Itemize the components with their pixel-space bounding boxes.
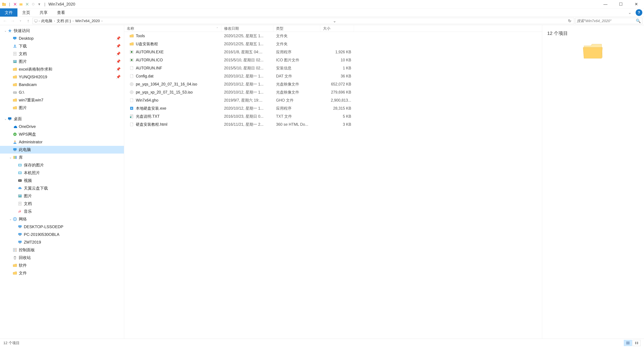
maximize-button[interactable]: ☐ [613,0,628,8]
qat-settings-icon[interactable] [30,1,36,7]
file-row[interactable]: Config.dat2020/10/12, 星期一 1...DAT 文件36 K… [124,72,542,80]
tree-item[interactable]: 保存的图片 [0,161,124,169]
status-bar: 12 个项目 [0,339,644,347]
qat-properties-icon[interactable] [12,1,18,7]
folder-icon [1,1,7,7]
expand-icon[interactable]: ⌄ [8,156,12,159]
expand-icon[interactable]: ⌄ [3,117,8,121]
tree-item[interactable]: 音乐 [0,208,124,215]
tree-item[interactable]: WWPS网盘 [0,130,124,138]
file-row[interactable]: AUTORUN.EXE2016/1/8, 星期五 04:...应用程序1,926… [124,48,542,56]
tree-item[interactable]: ⌄快速访问 [0,27,124,34]
up-button[interactable]: ↑ [25,17,32,24]
back-button[interactable]: ← [2,17,8,24]
tree-item[interactable]: ⌄库 [0,154,124,161]
window-title: Win7x64_2020 [48,2,75,6]
expand-icon[interactable]: ⌄ [8,217,12,221]
tree-item[interactable]: 此电脑 [0,146,124,154]
view-details-button[interactable] [624,340,632,346]
tree-item[interactable]: Administrator [0,138,124,146]
column-name[interactable]: 名称⌃ [124,25,221,32]
file-row[interactable]: U盘安装教程2020/12/25, 星期五 1...文件夹 [124,40,542,48]
tree-item-label: 快速访问 [14,28,122,33]
forward-button[interactable]: → [10,17,16,24]
navigation-tree[interactable]: ⌄快速访问Desktop📌下载📌文档📌图片📌excel表格制作求和📌YUNQIS… [0,25,124,339]
tree-item[interactable]: 天翼云盘下载 [0,184,124,192]
tree-item[interactable]: 软件 [0,262,124,269]
tab-view[interactable]: 查看 [52,8,70,16]
tree-item[interactable]: ⌄网络 [0,215,124,223]
search-icon[interactable]: 🔍 [636,18,641,23]
tree-item[interactable]: PC-20190530OBLA [0,231,124,238]
tree-item[interactable]: 文档📌 [0,50,124,58]
file-size: 279,696 KB [320,90,354,94]
tree-item[interactable]: G:\ [0,88,124,96]
file-row[interactable]: pe_yqs_1064_20_07_31_16_04.iso2020/10/12… [124,80,542,88]
file-row[interactable]: Tools2020/12/25, 星期五 1...文件夹 [124,32,542,40]
search-box[interactable]: 🔍 [575,18,642,24]
tree-item[interactable]: 文档 [0,200,124,208]
tab-home[interactable]: 主页 [18,8,35,16]
help-button[interactable]: ? [636,9,642,16]
tree-item[interactable]: 图片 [0,192,124,200]
tab-file[interactable]: 文件 [0,8,18,16]
address-bar[interactable]: › 此电脑 › 文档 (E:) › Win7x64_2020 › ⌄ ↻ [32,18,574,24]
inf-icon [129,65,134,70]
file-row[interactable]: 本地硬盘安装.exe2020/10/12, 星期一 1...应用程序28,315… [124,104,542,112]
file-row[interactable]: AUTORUN.ICO2015/5/10, 星期日 02...ICO 图片文件1… [124,56,542,64]
qat-close-icon[interactable] [24,1,30,7]
qat-dropdown-icon[interactable]: ▾ [36,1,42,7]
file-list[interactable]: 名称⌃ 修改日期 类型 大小 Tools2020/12/25, 星期五 1...… [124,25,542,339]
column-date[interactable]: 修改日期 [221,25,273,32]
ribbon-collapse-icon[interactable]: ⌄ [626,8,634,16]
file-row[interactable]: 硬盘安装教程.html2016/11/21, 星期一 2...360 se HT… [124,120,542,128]
breadcrumb-item[interactable]: 此电脑 [40,18,53,23]
tree-item[interactable]: 本机照片 [0,169,124,177]
tree-item[interactable]: 图片📌 [0,58,124,65]
tree-item[interactable]: 回收站 [0,254,124,262]
tree-item[interactable]: win7重装win7 [0,96,124,104]
tree-item[interactable]: 图片 [0,104,124,112]
search-input[interactable] [577,19,636,23]
chevron-right-icon[interactable]: › [102,19,102,22]
file-row[interactable]: Win7x64.gho2019/9/7, 星期六 19:...GHO 文件2,9… [124,96,542,104]
expand-icon[interactable]: ⌄ [3,29,8,32]
tree-item[interactable]: ⌄桌面 [0,115,124,123]
column-type[interactable]: 类型 [273,25,320,32]
chevron-right-icon[interactable]: › [39,19,40,22]
tree-item[interactable]: DESKTOP-LSSOEDP [0,223,124,231]
tree-item[interactable]: OneDrive [0,123,124,130]
file-size: 36 KB [320,74,354,78]
tree-item[interactable]: YUNQISHI2019📌 [0,73,124,81]
savedpics-icon [18,163,22,168]
address-dropdown-icon[interactable]: ⌄ [332,18,338,23]
column-size[interactable]: 大小 [320,25,354,32]
file-type: 应用程序 [273,49,320,55]
minimize-button[interactable]: — [598,0,613,8]
folder-icon [12,105,18,110]
file-row[interactable]: 光盘说明.TXT2016/10/23, 星期日 0...TXT 文件5 KB [124,112,542,120]
tree-item[interactable]: excel表格制作求和📌 [0,65,124,73]
qat-new-folder-icon[interactable] [18,1,24,7]
file-row[interactable]: pe_yqs_xp_20_07_31_15_53.iso2020/10/12, … [124,88,542,96]
svg-rect-9 [14,52,16,55]
history-dropdown-icon[interactable]: ▾ [17,17,24,24]
tree-item[interactable]: 下载📌 [0,42,124,50]
close-button[interactable]: ✕ [628,0,644,8]
tree-item[interactable]: Bandicam [0,81,124,88]
preview-title: 12 个项目 [547,30,639,36]
tree-item[interactable]: Desktop📌 [0,34,124,42]
refresh-button[interactable]: ↻ [567,18,573,23]
chevron-right-icon[interactable]: › [72,19,74,22]
tab-share[interactable]: 共享 [35,8,52,16]
chevron-right-icon[interactable]: › [54,19,55,22]
tree-item[interactable]: 视频 [0,177,124,184]
tree-item[interactable]: 控制面板 [0,246,124,254]
view-icons-button[interactable] [632,340,641,346]
file-row[interactable]: AUTORUN.INF2015/5/10, 星期日 02...安装信息1 KB [124,64,542,72]
drive-icon [12,90,18,95]
tree-item[interactable]: ZMT2019 [0,238,124,246]
tree-item[interactable]: 文件 [0,269,124,277]
breadcrumb-item[interactable]: 文档 (E:) [56,18,72,23]
breadcrumb-item[interactable]: Win7x64_2020 [75,19,100,23]
